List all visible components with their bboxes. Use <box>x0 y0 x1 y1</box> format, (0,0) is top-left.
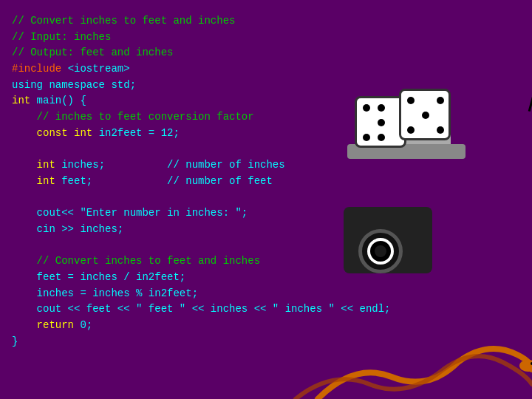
dot <box>422 112 429 119</box>
code-line: int main() { <box>12 93 335 109</box>
dice-right <box>399 89 451 140</box>
code-token: cin >> inches; <box>12 223 123 235</box>
code-token: feet; // number of feet <box>61 175 273 187</box>
code-token: inches; // number of inches <box>61 159 284 171</box>
snake-head <box>519 360 532 372</box>
code-line: int feet; // number of feet <box>12 174 335 190</box>
device-lens-center <box>375 245 386 257</box>
dot <box>437 97 444 104</box>
code-token: main() { <box>37 95 86 106</box>
code-line: cin >> inches; <box>12 222 335 238</box>
code-token: #include <box>12 63 68 75</box>
dot <box>363 134 370 141</box>
code-token <box>12 175 37 187</box>
code-line: cout << feet << " feet " << inches << " … <box>12 301 335 318</box>
code-line <box>12 190 335 206</box>
code-token: in2feet = 12; <box>99 127 180 139</box>
dot <box>363 104 370 112</box>
code-line <box>12 142 335 158</box>
code-line: inches = inches % in2feet; <box>12 286 335 302</box>
code-token: using namespace std; <box>12 79 136 91</box>
code-token: int <box>37 159 62 171</box>
code-token: // Output: feet and inches <box>12 47 173 58</box>
code-line: const int in2feet = 12; <box>12 126 335 142</box>
code-token: // Convert inches to feet and inches <box>12 255 260 267</box>
code-token: cout<< "Enter number in inches: "; <box>12 207 248 219</box>
snake-decoration <box>0 325 532 399</box>
code-line: // Convert inches to feet and inches <box>12 253 335 270</box>
sf-leg-left <box>528 83 532 112</box>
code-token: cout << feet << " feet " << inches << " … <box>12 303 390 315</box>
code-line: #include <iostream> <box>12 61 335 78</box>
code-token: inches = inches % in2feet; <box>12 287 198 299</box>
code-line: feet = inches / in2feet; <box>12 270 335 286</box>
code-line <box>12 238 335 254</box>
dot <box>407 126 415 134</box>
code-token: int <box>12 95 37 106</box>
code-line: cout<< "Enter number in inches: "; <box>12 205 335 222</box>
code-line: // Output: feet and inches <box>12 45 335 61</box>
code-token <box>12 127 37 139</box>
code-line: int inches; // number of inches <box>12 157 335 174</box>
code-line: using namespace std; <box>12 78 335 94</box>
code-token: <iostream> <box>68 63 130 75</box>
dot <box>378 119 385 126</box>
code-token: const <box>37 127 74 139</box>
code-token: int <box>74 127 99 139</box>
code-line: // inches to feet conversion factor <box>12 109 335 126</box>
dot <box>378 104 385 112</box>
code-token <box>12 159 37 171</box>
dot <box>437 126 444 134</box>
code-token: // Convert inches to feet and inches <box>12 15 235 27</box>
code-line: // Convert inches to feet and inches <box>12 13 335 30</box>
code-token: int <box>37 175 62 187</box>
code-token: // Input: inches <box>12 31 111 43</box>
code-token: feet = inches / in2feet; <box>12 271 185 283</box>
code-line: // Input: inches <box>12 30 335 46</box>
dot <box>378 134 385 141</box>
code-token: // inches to feet conversion factor <box>12 111 254 123</box>
dot <box>407 97 415 104</box>
